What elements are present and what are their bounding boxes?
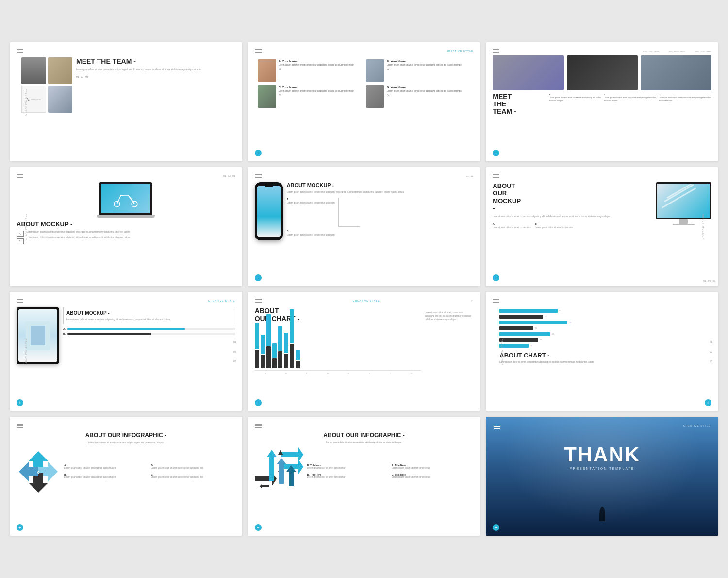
slide9-header xyxy=(493,299,711,303)
slide10-header xyxy=(17,424,235,428)
hamburger-icon-3 xyxy=(493,49,499,53)
slide-team-grid: CREATIVE STYLE A. Your Name Lorem ipsum … xyxy=(248,42,480,161)
slide7-title: ABOUT MOCKUP - xyxy=(66,310,232,316)
plus-button-10[interactable]: + xyxy=(17,524,23,531)
slide4-vert-label: CREATIVE STYLE xyxy=(24,213,27,240)
slide6-header xyxy=(493,174,711,178)
member-a-text: Lorem ipsum dolor sit amet consectetur a… xyxy=(279,64,354,67)
slide1-body: Lorem ipsum dolor sit amet consectetur a… xyxy=(76,68,235,71)
slide10-label-b: Lorem ipsum dolor sit amet consectetur a… xyxy=(64,476,148,479)
plus-button-2[interactable]: + xyxy=(255,150,262,156)
plus-button-6[interactable]: + xyxy=(493,274,499,281)
thank-subtitle: PRESENTATION TEMPLATE xyxy=(493,467,711,470)
slide-about-chart-2: 01 02 03 04 05 xyxy=(486,292,718,411)
svg-rect-4 xyxy=(269,457,274,481)
hamburger-icon-12 xyxy=(494,425,500,429)
team-photo-d xyxy=(366,85,384,108)
slide9-vert-label: CREATIVE STYLE xyxy=(500,338,503,365)
team-photo-b xyxy=(366,59,384,82)
slide3-sub-c: C.Lorem ipsum dolor sit amet consectetur… xyxy=(659,93,711,116)
col-header-2: ADD YOUR NAME xyxy=(669,50,686,52)
slide10-label-a: Lorem ipsum dolor sit amet consectetur a… xyxy=(64,467,148,470)
slide4-title: ABOUT MOCKUP - xyxy=(17,221,235,228)
slide-about-mockup-tablet: CREATIVE STYLE ABOUT MOCKUP - xyxy=(10,292,242,411)
plus-button-9[interactable]: + xyxy=(705,399,711,406)
slide10-label-c: Lorem ipsum dolor sit amet consectetur a… xyxy=(151,476,235,479)
slide10-title: ABOUT OUR INFOGRAPHIC - xyxy=(17,432,235,439)
slide4-label-b: B. xyxy=(17,238,24,244)
slide-about-our-mockup: ABOUTOURMOCKUP- Lorem ipsum dolor sit am… xyxy=(486,167,718,286)
slide6-vert-label: ABOUT MOCKUP xyxy=(702,214,705,239)
plus-button-3[interactable]: + xyxy=(493,150,499,156)
slide4-body2: Lorem ipsum dolor sit amet consectetur a… xyxy=(27,236,235,239)
slide5-title: ABOUT MOCKUP - xyxy=(287,182,474,188)
team-photo-a xyxy=(258,59,276,82)
col-header-3: ADD YOUR NAME xyxy=(695,50,711,52)
slide4-body: Lorem ipsum dolor sit amet consectetur a… xyxy=(27,231,235,234)
slide5-label-a: Lorem ipsum dolor sit amet consectetur a… xyxy=(287,202,335,205)
svg-rect-6 xyxy=(279,464,284,484)
hamburger-icon-2 xyxy=(255,49,262,53)
slide7-creative-label: CREATIVE STYLE xyxy=(208,299,235,302)
slide-infographic-2: ABOUT OUR INFOGRAPHIC - Lorem ipsum dolo… xyxy=(248,417,480,536)
slide11-header xyxy=(255,424,474,428)
hamburger-icon-7 xyxy=(17,299,23,303)
slide6-body: Lorem ipsum dolor sit amet consectetur a… xyxy=(493,215,652,219)
svg-text:C: C xyxy=(37,471,39,474)
slide8-body: Lorem ipsum dolor sit amet consectetur a… xyxy=(425,307,473,322)
member-c-text: Lorem ipsum dolor sit amet consectetur a… xyxy=(279,90,354,93)
team-grid: A. Your Name Lorem ipsum dolor sit amet … xyxy=(255,57,474,110)
team-member-c: C. Your Name Lorem ipsum dolor sit amet … xyxy=(258,85,362,108)
slides-grid: A.Lorem ipsum MEET THE TEAM - Lorem ipsu… xyxy=(10,42,718,536)
slide3-sub-b: B.Lorem ipsum dolor sit amet consectetur… xyxy=(604,93,657,116)
plus-button-5[interactable]: + xyxy=(255,274,262,281)
hamburger-icon-10 xyxy=(17,424,23,428)
plus-button-7[interactable]: + xyxy=(17,399,23,406)
slide5-body: Lorem ipsum dolor sit amet consectetur a… xyxy=(287,191,474,194)
team-member-d: D. Your Name Lorem ipsum dolor sit amet … xyxy=(366,85,470,108)
slide11-title: ABOUT OUR INFOGRAPHIC - xyxy=(255,432,474,439)
svg-rect-8 xyxy=(289,472,294,486)
hamburger-icon-6 xyxy=(493,174,499,178)
slide12-creative-label: CREATIVE STYLE xyxy=(683,425,711,427)
svg-marker-5 xyxy=(267,450,277,457)
slide-meet-team-1: A.Lorem ipsum MEET THE TEAM - Lorem ipsu… xyxy=(10,42,242,161)
slide7-body: Lorem ipsum dolor sit amet consectetur a… xyxy=(66,318,232,322)
slide3-photo-3 xyxy=(641,55,711,90)
svg-marker-7 xyxy=(277,458,286,464)
slide1-title: MEET THE TEAM - xyxy=(76,57,235,66)
slide-meet-team-3: ADD YOUR NAME ADD YOUR NAME ADD YOUR NAM… xyxy=(486,42,718,161)
slide8-title: ABOUTOUR CHART - xyxy=(255,307,421,323)
slide2-header: CREATIVE STYLE xyxy=(255,49,474,53)
plus-button-8[interactable]: + xyxy=(255,399,262,406)
silhouette xyxy=(599,507,605,521)
slide6-title: ABOUTOURMOCKUP- xyxy=(493,182,652,212)
slide9-title: ABOUT CHART - xyxy=(499,352,705,359)
slide11-body: Lorem ipsum dolor sit amet consectetur a… xyxy=(255,441,474,444)
slide3-sub-a: A.Lorem ipsum dolor sit amet consectetur… xyxy=(549,93,602,116)
slide1-header xyxy=(17,49,235,53)
slide-about-mockup-phone: 01 02 ABOUT MOCKUP - Lorem ipsum dolor s… xyxy=(248,167,480,286)
hamburger-icon-5 xyxy=(255,174,262,178)
slide4-nav-dots: 01 02 03 xyxy=(223,174,235,177)
slide3-title: MEETTHETEAM - xyxy=(493,93,547,116)
hamburger-icon-8 xyxy=(255,299,262,303)
member-a-name: A. Your Name xyxy=(279,59,354,64)
slide10-label-d: Lorem ipsum dolor sit amet consectetur a… xyxy=(151,467,235,470)
slide-about-chart: CREATIVE STYLE ◻ ABOUTOUR CHART - xyxy=(248,292,480,411)
slide3-photo-2 xyxy=(567,55,638,90)
slide7-header: CREATIVE STYLE xyxy=(17,299,235,303)
slide6-label-a: Lorem ipsum dolor sit amet consectetur xyxy=(493,226,531,230)
hamburger-icon-4 xyxy=(17,174,23,178)
hamburger-icon-11 xyxy=(255,424,262,428)
plus-button-11[interactable]: + xyxy=(255,524,262,531)
member-d-text: Lorem ipsum dolor sit amet consectetur a… xyxy=(387,90,462,93)
slide6-label-b: Lorem ipsum dolor sit amet consectetur xyxy=(535,226,573,230)
slide11-label-c: Lorem ipsum dolor sit amet consectetur xyxy=(392,476,473,479)
slide5-header: 01 02 xyxy=(255,174,474,178)
col-header-1: ADD YOUR NAME xyxy=(643,50,660,52)
slide11-label-b1: Lorem ipsum dolor sit amet consectetur xyxy=(307,467,389,470)
slide-thank-you: CREATIVE STYLE THANK PRESENTATION TEMPLA… xyxy=(486,417,718,536)
member-b-text: Lorem ipsum dolor sit amet consectetur a… xyxy=(387,64,462,67)
team-member-a: A. Your Name Lorem ipsum dolor sit amet … xyxy=(258,59,362,82)
